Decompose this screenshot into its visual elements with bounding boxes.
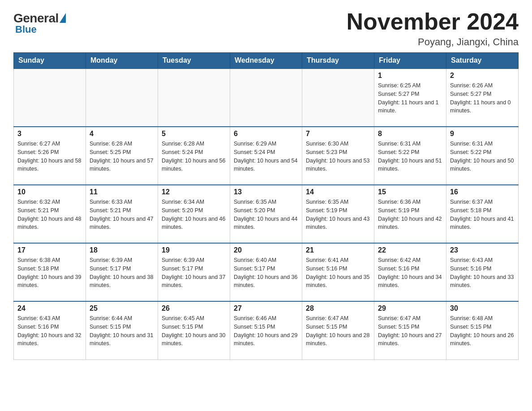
- day-number: 28: [306, 304, 370, 313]
- calendar-cell: 24Sunrise: 6:43 AMSunset: 5:16 PMDayligh…: [14, 301, 86, 360]
- day-number: 23: [450, 246, 515, 254]
- day-number: 22: [378, 246, 442, 254]
- day-number: 10: [17, 188, 82, 196]
- day-info: Sunrise: 6:29 AMSunset: 5:24 PMDaylight:…: [234, 140, 298, 173]
- calendar-week-row: 10Sunrise: 6:32 AMSunset: 5:21 PMDayligh…: [14, 185, 519, 243]
- day-number: 11: [90, 188, 154, 196]
- calendar-cell: 2Sunrise: 6:26 AMSunset: 5:27 PMDaylight…: [446, 68, 519, 127]
- day-info: Sunrise: 6:36 AMSunset: 5:19 PMDaylight:…: [378, 198, 442, 231]
- day-number: 18: [90, 246, 154, 254]
- day-info: Sunrise: 6:30 AMSunset: 5:23 PMDaylight:…: [306, 140, 370, 173]
- calendar-cell: 19Sunrise: 6:39 AMSunset: 5:17 PMDayligh…: [158, 243, 230, 301]
- day-info: Sunrise: 6:43 AMSunset: 5:16 PMDaylight:…: [17, 314, 82, 348]
- day-number: 16: [450, 188, 515, 196]
- day-number: 20: [234, 246, 298, 254]
- day-info: Sunrise: 6:37 AMSunset: 5:18 PMDaylight:…: [450, 198, 515, 231]
- calendar-week-row: 3Sunrise: 6:27 AMSunset: 5:26 PMDaylight…: [14, 127, 519, 185]
- day-number: 1: [378, 72, 442, 80]
- day-info: Sunrise: 6:35 AMSunset: 5:20 PMDaylight:…: [234, 198, 298, 231]
- day-number: 25: [90, 304, 154, 313]
- calendar-week-row: 17Sunrise: 6:38 AMSunset: 5:18 PMDayligh…: [14, 243, 519, 301]
- calendar-cell: 27Sunrise: 6:46 AMSunset: 5:15 PMDayligh…: [230, 301, 302, 360]
- day-info: Sunrise: 6:44 AMSunset: 5:15 PMDaylight:…: [90, 314, 154, 348]
- calendar-cell: 12Sunrise: 6:34 AMSunset: 5:20 PMDayligh…: [158, 185, 230, 243]
- calendar-cell: 11Sunrise: 6:33 AMSunset: 5:21 PMDayligh…: [86, 185, 158, 243]
- calendar-cell: 9Sunrise: 6:31 AMSunset: 5:22 PMDaylight…: [446, 127, 519, 185]
- day-info: Sunrise: 6:47 AMSunset: 5:15 PMDaylight:…: [306, 314, 370, 348]
- day-of-week-header: Wednesday: [230, 53, 302, 69]
- calendar-cell: 20Sunrise: 6:40 AMSunset: 5:17 PMDayligh…: [230, 243, 302, 301]
- logo: General Blue: [13, 11, 66, 35]
- calendar-cell: [158, 68, 230, 127]
- calendar-cell: [86, 68, 158, 127]
- day-info: Sunrise: 6:47 AMSunset: 5:15 PMDaylight:…: [378, 314, 442, 348]
- day-number: 7: [306, 130, 370, 138]
- calendar-week-row: 24Sunrise: 6:43 AMSunset: 5:16 PMDayligh…: [14, 301, 519, 360]
- calendar-week-row: 1Sunrise: 6:25 AMSunset: 5:27 PMDaylight…: [14, 68, 519, 127]
- calendar-cell: 3Sunrise: 6:27 AMSunset: 5:26 PMDaylight…: [14, 127, 86, 185]
- day-number: 13: [234, 188, 298, 196]
- calendar-cell: [302, 68, 374, 127]
- logo-triangle-icon: [60, 13, 66, 23]
- day-number: 27: [234, 304, 298, 313]
- day-number: 30: [450, 304, 515, 313]
- day-info: Sunrise: 6:32 AMSunset: 5:21 PMDaylight:…: [17, 198, 82, 231]
- day-info: Sunrise: 6:39 AMSunset: 5:17 PMDaylight:…: [90, 256, 154, 290]
- calendar-cell: 7Sunrise: 6:30 AMSunset: 5:23 PMDaylight…: [302, 127, 374, 185]
- day-number: 21: [306, 246, 370, 254]
- day-info: Sunrise: 6:35 AMSunset: 5:19 PMDaylight:…: [306, 198, 370, 231]
- title-section: November 2024 Poyang, Jiangxi, China: [347, 9, 519, 48]
- calendar-cell: 29Sunrise: 6:47 AMSunset: 5:15 PMDayligh…: [374, 301, 446, 360]
- calendar-cell: 4Sunrise: 6:28 AMSunset: 5:25 PMDaylight…: [86, 127, 158, 185]
- day-info: Sunrise: 6:26 AMSunset: 5:27 PMDaylight:…: [450, 81, 515, 115]
- calendar-cell: 23Sunrise: 6:43 AMSunset: 5:16 PMDayligh…: [446, 243, 519, 301]
- day-info: Sunrise: 6:28 AMSunset: 5:25 PMDaylight:…: [90, 140, 154, 173]
- day-number: 2: [450, 72, 515, 80]
- day-info: Sunrise: 6:39 AMSunset: 5:17 PMDaylight:…: [162, 256, 226, 290]
- calendar-cell: 18Sunrise: 6:39 AMSunset: 5:17 PMDayligh…: [86, 243, 158, 301]
- day-number: 6: [234, 130, 298, 138]
- day-info: Sunrise: 6:25 AMSunset: 5:27 PMDaylight:…: [378, 81, 442, 115]
- day-info: Sunrise: 6:43 AMSunset: 5:16 PMDaylight:…: [450, 256, 515, 290]
- calendar-header: SundayMondayTuesdayWednesdayThursdayFrid…: [14, 53, 519, 69]
- day-of-week-header: Friday: [374, 53, 446, 69]
- day-number: 12: [162, 188, 226, 196]
- calendar-cell: 5Sunrise: 6:28 AMSunset: 5:24 PMDaylight…: [158, 127, 230, 185]
- day-number: 3: [17, 130, 82, 138]
- calendar-cell: 1Sunrise: 6:25 AMSunset: 5:27 PMDaylight…: [374, 68, 446, 127]
- calendar-cell: 13Sunrise: 6:35 AMSunset: 5:20 PMDayligh…: [230, 185, 302, 243]
- calendar-cell: 17Sunrise: 6:38 AMSunset: 5:18 PMDayligh…: [14, 243, 86, 301]
- day-info: Sunrise: 6:40 AMSunset: 5:17 PMDaylight:…: [234, 256, 298, 290]
- calendar-cell: [14, 68, 86, 127]
- logo-blue-text: Blue: [15, 24, 37, 35]
- calendar-cell: 8Sunrise: 6:31 AMSunset: 5:22 PMDaylight…: [374, 127, 446, 185]
- day-number: 9: [450, 130, 515, 138]
- day-number: 26: [162, 304, 226, 313]
- page-header: General Blue November 2024 Poyang, Jiang…: [13, 9, 519, 48]
- day-number: 29: [378, 304, 442, 313]
- calendar-cell: 26Sunrise: 6:45 AMSunset: 5:15 PMDayligh…: [158, 301, 230, 360]
- main-title: November 2024: [347, 9, 519, 34]
- day-number: 5: [162, 130, 226, 138]
- day-of-week-header: Sunday: [14, 53, 86, 69]
- calendar-cell: 10Sunrise: 6:32 AMSunset: 5:21 PMDayligh…: [14, 185, 86, 243]
- calendar-table: SundayMondayTuesdayWednesdayThursdayFrid…: [13, 52, 519, 360]
- calendar-cell: 15Sunrise: 6:36 AMSunset: 5:19 PMDayligh…: [374, 185, 446, 243]
- calendar-cell: 22Sunrise: 6:42 AMSunset: 5:16 PMDayligh…: [374, 243, 446, 301]
- day-number: 17: [17, 246, 82, 254]
- day-info: Sunrise: 6:48 AMSunset: 5:15 PMDaylight:…: [450, 314, 515, 348]
- day-info: Sunrise: 6:38 AMSunset: 5:18 PMDaylight:…: [17, 256, 82, 290]
- day-info: Sunrise: 6:27 AMSunset: 5:26 PMDaylight:…: [17, 140, 82, 173]
- calendar-cell: 21Sunrise: 6:41 AMSunset: 5:16 PMDayligh…: [302, 243, 374, 301]
- day-of-week-header: Saturday: [446, 53, 519, 69]
- calendar-cell: 28Sunrise: 6:47 AMSunset: 5:15 PMDayligh…: [302, 301, 374, 360]
- calendar-cell: 6Sunrise: 6:29 AMSunset: 5:24 PMDaylight…: [230, 127, 302, 185]
- day-number: 8: [378, 130, 442, 138]
- day-of-week-header: Monday: [86, 53, 158, 69]
- calendar-cell: [230, 68, 302, 127]
- calendar-body: 1Sunrise: 6:25 AMSunset: 5:27 PMDaylight…: [14, 68, 519, 360]
- day-number: 19: [162, 246, 226, 254]
- day-info: Sunrise: 6:31 AMSunset: 5:22 PMDaylight:…: [450, 140, 515, 173]
- day-info: Sunrise: 6:34 AMSunset: 5:20 PMDaylight:…: [162, 198, 226, 231]
- day-info: Sunrise: 6:46 AMSunset: 5:15 PMDaylight:…: [234, 314, 298, 348]
